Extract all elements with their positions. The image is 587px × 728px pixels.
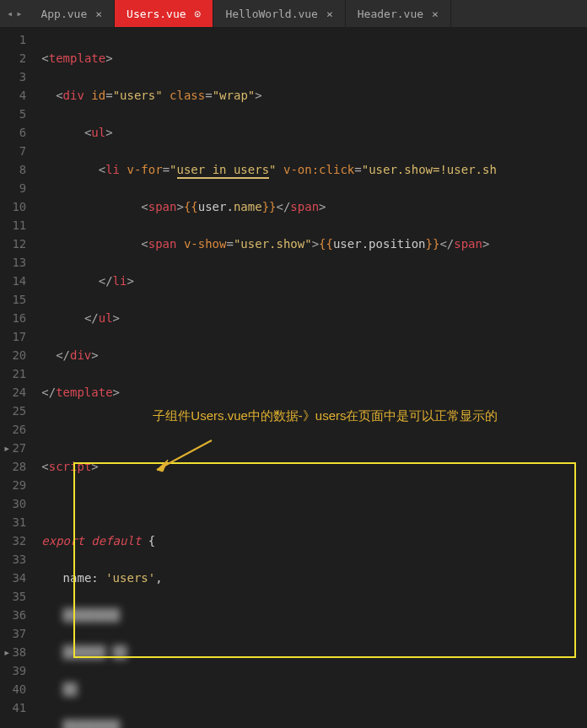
arrow-icon — [144, 436, 220, 478]
close-icon[interactable]: × — [95, 8, 102, 20]
annotation-text: 子组件Users.vue中的数据-》users在页面中是可以正常显示的 — [153, 407, 524, 425]
line-number-gutter: 1 2 3 4 5 6 7 8 9 10 11 12 13 14 15 16 1… — [0, 27, 35, 728]
tab-app[interactable]: App.vue × — [29, 0, 115, 27]
tab-prev-icon[interactable]: ◂ — [7, 8, 13, 19]
tab-label: App.vue — [40, 8, 87, 20]
fold-icon[interactable]: ▸ — [3, 643, 10, 661]
tab-header[interactable]: Header.vue × — [346, 0, 451, 27]
code-editor[interactable]: 1 2 3 4 5 6 7 8 9 10 11 12 13 14 15 16 1… — [0, 27, 587, 728]
tab-nav: ◂ ▸ — [0, 0, 29, 27]
tab-users[interactable]: Users.vue ⊙ — [115, 0, 213, 27]
code-area[interactable]: <template> <div id="users" class="wrap">… — [35, 27, 587, 728]
tab-label: Users.vue — [127, 8, 186, 20]
highlight-box — [73, 462, 576, 658]
tab-label: HelloWorld.vue — [225, 8, 318, 20]
tab-label: Header.vue — [358, 8, 423, 20]
fold-icon[interactable]: ▸ — [3, 439, 10, 457]
tab-next-icon[interactable]: ▸ — [16, 8, 22, 19]
close-icon[interactable]: × — [326, 8, 333, 20]
tab-bar: ◂ ▸ App.vue × Users.vue ⊙ HelloWorld.vue… — [0, 0, 587, 27]
modified-icon[interactable]: ⊙ — [195, 8, 202, 20]
close-icon[interactable]: × — [432, 8, 439, 20]
tab-helloworld[interactable]: HelloWorld.vue × — [213, 0, 345, 27]
